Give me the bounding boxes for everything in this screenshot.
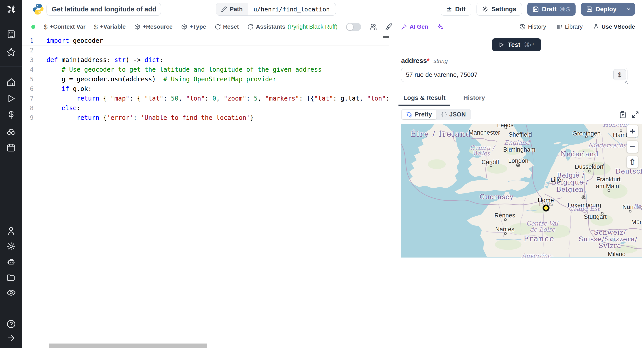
settings-button[interactable]: Settings <box>476 3 522 16</box>
result-tabs: Logs & Result History <box>389 90 644 106</box>
history-button[interactable]: History <box>520 23 546 30</box>
add-context-var-button[interactable]: $ +Context Var <box>44 23 86 31</box>
ai-sparkles-button[interactable] <box>437 23 444 31</box>
sidebar-item-settings[interactable] <box>0 239 22 254</box>
code-line-7[interactable]: 7 return { "map": { "lat": 50, "lon": 0,… <box>22 94 389 103</box>
eye-icon <box>6 288 16 297</box>
code-line-4[interactable]: 4 # Use geocoder to get the latitude and… <box>22 65 389 74</box>
required-asterisk: * <box>427 57 430 64</box>
test-shortcut: ⌘↵ <box>524 41 535 48</box>
sidebar-item-favorites[interactable] <box>0 43 22 61</box>
deploy-button[interactable]: Deploy <box>581 3 622 16</box>
map-label: Holstein <box>603 124 628 128</box>
copy-result-button[interactable] <box>619 111 626 118</box>
dollar-icon: $ <box>94 23 98 31</box>
zoom-out-button[interactable]: − <box>626 141 638 153</box>
map-label: Grand Est <box>569 205 600 212</box>
code-text: return {'error': 'Unable to find the loc… <box>46 114 254 121</box>
add-type-button[interactable]: +Type <box>181 23 206 30</box>
indent-guide <box>86 94 86 103</box>
use-vscode-button[interactable]: Use VScode <box>593 23 635 30</box>
code-text: def main(address: str) -> dict: <box>46 56 164 64</box>
sidebar-item-workers[interactable] <box>0 254 22 269</box>
save-icon <box>533 6 539 12</box>
line-number: 4 <box>22 66 46 73</box>
multiplayer-toggle[interactable] <box>346 23 361 31</box>
code-line-9[interactable]: 9 return {'error': 'Unable to find the l… <box>22 113 389 122</box>
add-resource-button[interactable]: +Resource <box>134 23 173 30</box>
test-button[interactable]: Test ⌘↵ <box>492 38 541 51</box>
collaborators-button[interactable] <box>370 23 377 31</box>
map-label: Auvergne- <box>522 252 553 258</box>
users-icon <box>370 23 377 31</box>
sidebar-item-home[interactable] <box>0 74 22 90</box>
zoom-in-button[interactable]: + <box>626 125 638 137</box>
map-label: Cardiff <box>482 158 499 165</box>
arg-type: string <box>434 58 448 65</box>
view-json-button[interactable]: JSON <box>436 110 470 119</box>
add-variable-button[interactable]: $ +Variable <box>94 23 126 31</box>
resize-handle[interactable] <box>625 81 628 84</box>
script-title-input[interactable] <box>46 3 161 16</box>
save-icon <box>586 6 592 12</box>
code-line-8[interactable]: 8 else: <box>22 103 389 113</box>
user-icon <box>6 226 16 236</box>
ai-gen-button[interactable]: AI Gen <box>401 23 428 30</box>
code-text: return { "map": { "lat": 50, "lon": 0, "… <box>46 95 389 102</box>
line-number: 2 <box>22 47 46 54</box>
folder-icon <box>6 273 16 282</box>
sparkles-icon <box>437 23 444 31</box>
sidebar-item-folders[interactable] <box>0 269 22 285</box>
map-label: France <box>524 234 554 243</box>
code-line-6[interactable]: 6 if g.ok: <box>22 84 389 94</box>
library-button[interactable]: Library <box>556 23 582 30</box>
sidebar-item-workspace[interactable] <box>0 25 22 43</box>
result-map[interactable]: LeedsÉire / IrelandManchesterSheffieldGr… <box>401 124 642 258</box>
sidebar-divider <box>0 19 22 19</box>
sidebar-item-resources[interactable] <box>0 123 22 139</box>
deploy-button-group: Deploy <box>581 3 635 16</box>
reset-button[interactable]: Reset <box>215 23 239 30</box>
sidebar-item-schedules[interactable] <box>0 139 22 156</box>
path-field[interactable]: Path u/henri/find_location <box>216 3 336 16</box>
code-line-5[interactable]: 5 g = geocoder.osm(address) # Using Open… <box>22 74 389 84</box>
locate-button[interactable]: ⇧ <box>626 156 638 168</box>
assistants-button[interactable]: Assistants (Pyright Black Ruff) <box>247 23 338 30</box>
tab-history[interactable]: History <box>458 90 490 106</box>
view-pretty-button[interactable]: Pretty <box>402 110 436 119</box>
sidebar-item-account[interactable] <box>0 223 22 239</box>
sidebar-item-variables[interactable] <box>0 107 22 123</box>
map-label: Leeds <box>497 124 514 128</box>
deploy-dropdown-button[interactable] <box>622 3 635 16</box>
wand-icon <box>401 24 407 30</box>
map-label: Düsseldorf <box>575 163 604 170</box>
code-editor[interactable]: 1import geocoder23def main(address: str)… <box>22 35 389 348</box>
arrow-right-icon <box>6 333 16 343</box>
windmill-logo[interactable] <box>0 0 22 19</box>
editor-vertical-scrollbar[interactable] <box>383 36 389 38</box>
dollar-icon <box>6 110 16 120</box>
dollar-icon: $ <box>44 23 48 31</box>
sidebar-item-help[interactable] <box>0 317 22 331</box>
diff-button[interactable]: ± Diff <box>441 3 471 16</box>
code-line-3[interactable]: 3def main(address: str) -> dict: <box>22 55 389 65</box>
arg-name: address* <box>401 57 430 65</box>
code-text: else: <box>46 104 80 112</box>
address-input[interactable] <box>401 68 628 82</box>
code-line-2[interactable]: 2 <box>22 46 389 55</box>
sidebar-item-runs[interactable] <box>0 90 22 107</box>
editor-horizontal-scrollbar[interactable] <box>49 343 207 348</box>
map-label: Lille <box>550 177 561 184</box>
format-button[interactable] <box>385 23 392 31</box>
result-view-switch: Pretty JSON <box>401 109 471 120</box>
expand-result-button[interactable] <box>632 111 639 118</box>
draft-button[interactable]: Draft ⌘S <box>527 3 576 16</box>
sidebar-item-expand-sidebar[interactable] <box>0 331 22 345</box>
tab-logs-result[interactable]: Logs & Result <box>398 90 450 106</box>
home-icon <box>6 77 16 87</box>
sidebar-item-audit-logs[interactable] <box>0 285 22 300</box>
line-number: 8 <box>22 105 46 111</box>
code-line-1[interactable]: 1import geocoder <box>22 36 389 46</box>
history-icon <box>520 24 526 30</box>
insert-variable-button[interactable]: $ <box>613 69 626 80</box>
